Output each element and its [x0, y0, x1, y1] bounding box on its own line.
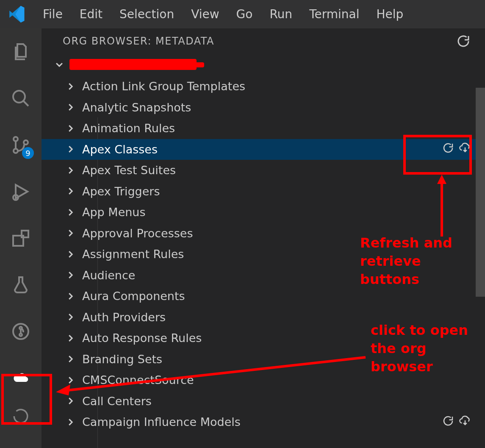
tree-root[interactable]: [42, 54, 485, 75]
chevron-right-icon: [65, 417, 75, 427]
tree-item-label: Auto Response Rules: [82, 331, 202, 345]
chevron-right-icon: [65, 376, 75, 385]
tree-item[interactable]: Analytic Snapshots: [42, 97, 485, 118]
chevron-right-icon: [65, 354, 75, 364]
activity-extensions[interactable]: [0, 215, 42, 262]
tree-item-label: Approval Processes: [82, 227, 193, 240]
tree-item[interactable]: Campaign Influence Models: [42, 412, 485, 433]
panel-refresh-button[interactable]: [455, 33, 471, 49]
tree-item-label: Auth Providers: [82, 311, 166, 324]
panel-header: ORG BROWSER: METADATA: [42, 28, 485, 54]
chevron-right-icon: [65, 270, 75, 280]
chevron-right-icon: [65, 124, 75, 133]
svg-point-10: [19, 334, 22, 336]
files-icon: [11, 42, 31, 62]
menu-run[interactable]: Run: [261, 0, 301, 28]
menu-file[interactable]: File: [34, 0, 71, 28]
svg-point-0: [13, 91, 25, 103]
svg-point-1: [14, 137, 18, 141]
vscode-logo-icon: [8, 5, 27, 24]
svg-point-3: [24, 140, 28, 145]
tree-item[interactable]: App Menus: [42, 202, 485, 223]
activity-scm[interactable]: 9: [0, 122, 42, 168]
org-name-redacted: [69, 59, 197, 70]
menu-go[interactable]: Go: [228, 0, 261, 28]
menu-selection[interactable]: Selection: [111, 0, 183, 28]
beaker-icon: [11, 275, 31, 295]
chevron-right-icon: [65, 82, 75, 91]
chevron-right-icon: [65, 312, 75, 322]
activity-test[interactable]: [0, 262, 42, 308]
cloud-icon: [11, 368, 31, 388]
annotation-text-refresh: Refresh andretrieve buttons: [360, 234, 485, 289]
row-retrieve-button[interactable]: [459, 142, 471, 157]
tree-item-label: Apex Triggers: [82, 185, 160, 198]
menu-view[interactable]: View: [183, 0, 227, 28]
chevron-right-icon: [65, 334, 75, 343]
tree-item[interactable]: Action Link Group Templates: [42, 76, 485, 97]
tree-item[interactable]: Apex Triggers: [42, 181, 485, 202]
annotation-text-open: click to openthe org browser: [371, 321, 485, 376]
tree-item-label: Animation Rules: [82, 122, 175, 135]
scm-badge: 9: [22, 147, 34, 159]
tree-item[interactable]: Call Centers: [42, 391, 485, 412]
activity-more[interactable]: [0, 401, 42, 431]
chevron-right-icon: [65, 292, 75, 301]
activity-explorer[interactable]: [0, 28, 42, 75]
tree-item-label: Aura Components: [82, 289, 185, 303]
tree-item[interactable]: Apex Classes: [42, 139, 485, 160]
menu-terminal[interactable]: Terminal: [301, 0, 368, 28]
tree-item-label: Analytic Snapshots: [82, 101, 191, 114]
git-icon: [11, 321, 31, 342]
tree-item-label: Action Link Group Templates: [82, 80, 245, 93]
svg-point-2: [14, 149, 18, 153]
tree-item[interactable]: Apex Test Suites: [42, 160, 485, 181]
activity-debug[interactable]: [0, 168, 42, 215]
row-retrieve-button[interactable]: [459, 415, 471, 430]
activity-bar: 9: [0, 28, 42, 448]
chevron-right-icon: [65, 396, 75, 406]
activity-search[interactable]: [0, 75, 42, 122]
menubar: File Edit Selection View Go Run Terminal…: [0, 0, 485, 28]
tree-item-label: Branding Sets: [82, 353, 162, 366]
chevron-right-icon: [65, 228, 75, 238]
extensions-icon: [11, 228, 31, 248]
tree-item-label: Call Centers: [82, 395, 152, 408]
tree-item-label: Campaign Influence Models: [82, 415, 241, 429]
history-icon: [12, 407, 30, 425]
panel-title: ORG BROWSER: METADATA: [63, 35, 214, 47]
menu-help[interactable]: Help: [368, 0, 412, 28]
tree-item-label: Apex Test Suites: [82, 164, 176, 177]
tree-item-label: Audience: [82, 269, 135, 282]
tree-item-label: Assignment Rules: [82, 248, 184, 261]
tree-item-label: CMSConnectSource: [82, 373, 194, 387]
row-refresh-button[interactable]: [442, 415, 455, 430]
menu-edit[interactable]: Edit: [71, 0, 111, 28]
tree-item-label: Apex Classes: [82, 143, 158, 156]
chevron-right-icon: [65, 166, 75, 175]
tree-item-label: App Menus: [82, 206, 146, 219]
activity-org-browser[interactable]: [0, 355, 42, 401]
row-refresh-button[interactable]: [442, 142, 455, 157]
chevron-right-icon: [65, 250, 75, 259]
chevron-right-icon: [65, 208, 75, 217]
tree-item[interactable]: Animation Rules: [42, 118, 485, 139]
debug-icon: [11, 181, 31, 202]
chevron-down-icon: [54, 60, 64, 69]
activity-git-graph[interactable]: [0, 308, 42, 355]
chevron-right-icon: [65, 186, 75, 196]
refresh-icon: [456, 33, 471, 49]
search-icon: [11, 88, 31, 109]
chevron-right-icon: [65, 145, 75, 154]
chevron-right-icon: [65, 103, 75, 112]
